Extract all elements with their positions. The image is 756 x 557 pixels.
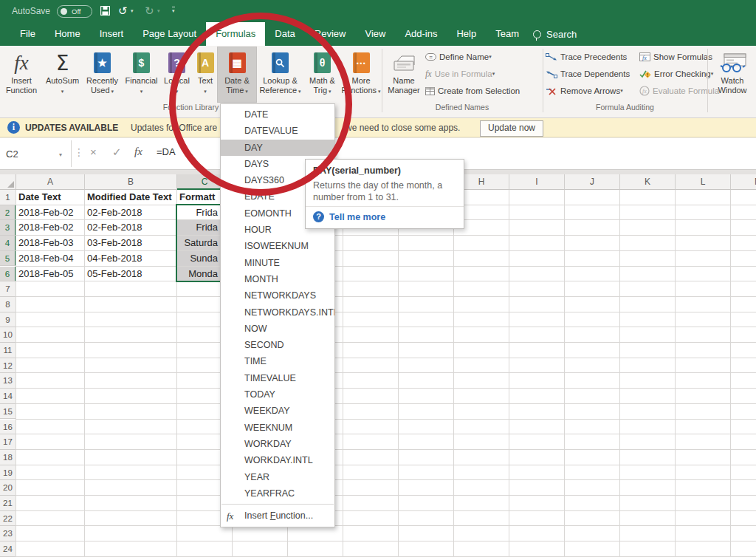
ribbon-button-trace-precedents[interactable]: Trace Precedents [546, 50, 627, 64]
cell-A3[interactable]: 2018-Feb-02 [16, 220, 85, 236]
menu-item-workday[interactable]: WORKDAY [221, 436, 334, 452]
tab-add-ins[interactable]: Add-ins [395, 22, 447, 46]
ribbon-button-lookup-reference[interactable]: Lookup &Reference ▾ [257, 47, 303, 102]
redo-icon[interactable]: ↻ [145, 4, 154, 18]
menu-item-timevalue[interactable]: TIMEVALUE [221, 370, 334, 386]
menu-item-time[interactable]: TIME [221, 353, 334, 369]
cell-B1[interactable]: Modified Date Text [85, 190, 177, 205]
menu-item-date[interactable]: DATE [221, 106, 334, 123]
save-icon[interactable] [100, 4, 110, 19]
row-header-17[interactable]: 17 [0, 434, 16, 450]
row-header-22[interactable]: 22 [0, 511, 16, 527]
cancel-x-icon[interactable]: × [90, 146, 97, 158]
menu-item-minute[interactable]: MINUTE [221, 255, 334, 271]
menu-item-isoweeknum[interactable]: ISOWEEKNUM [221, 238, 334, 254]
cell-A2[interactable]: 2018-Feb-02 [16, 205, 85, 221]
menu-item-weeknum[interactable]: WEEKNUM [221, 420, 334, 436]
ribbon-button-logical[interactable]: ?Logical▾ [161, 47, 193, 102]
menu-item-day[interactable]: DAY [221, 140, 334, 156]
update-now-button[interactable]: Update now [480, 120, 543, 137]
menu-item-datevalue[interactable]: DATEVALUE [221, 123, 334, 139]
formula-input[interactable]: =DA [157, 146, 176, 157]
column-header-k[interactable]: K [620, 174, 676, 190]
ribbon-button-recently-used[interactable]: ★RecentlyUsed ▾ [83, 47, 122, 102]
ribbon-button-remove-arrows[interactable]: Remove Arrows ▾ [546, 84, 623, 98]
select-all-corner[interactable] [0, 174, 16, 190]
column-header-b[interactable]: B [85, 174, 177, 190]
cell-B4[interactable]: 03-Feb-2018 [85, 236, 177, 251]
row-header-5[interactable]: 5 [0, 251, 16, 267]
ribbon-button-create-from-selection[interactable]: Create from Selection [425, 84, 520, 98]
tell-me-search[interactable]: Search [533, 22, 577, 46]
menu-item-now[interactable]: NOW [221, 321, 334, 337]
cell-A1[interactable]: Date Text [16, 190, 85, 205]
menu-item-yearfrac[interactable]: YEARFRAC [221, 485, 334, 502]
ribbon-button-date-time[interactable]: ▦Date &Time ▾ [218, 47, 256, 102]
row-header-9[interactable]: 9 [0, 312, 16, 328]
row-header-14[interactable]: 14 [0, 389, 16, 404]
row-header-13[interactable]: 13 [0, 373, 16, 389]
row-header-2[interactable]: 2 [0, 205, 16, 221]
ribbon-button-more-functions[interactable]: ⋯MoreFunctions ▾ [341, 47, 381, 102]
tab-team[interactable]: Team [486, 22, 529, 46]
ribbon-button-use-in-formula[interactable]: fxUse in Formula ▾ [425, 67, 495, 81]
row-header-15[interactable]: 15 [0, 404, 16, 420]
tab-home[interactable]: Home [45, 22, 90, 46]
ribbon-button-financial[interactable]: $Financial▾ [123, 47, 160, 102]
row-header-10[interactable]: 10 [0, 327, 16, 343]
row-header-11[interactable]: 11 [0, 343, 16, 358]
name-box[interactable]: C2 ▾ [0, 140, 72, 167]
cell-A4[interactable]: 2018-Feb-03 [16, 236, 85, 251]
ribbon-button-text[interactable]: AText▾ [193, 47, 217, 102]
menu-item-insert-function[interactable]: fxInsert Function... [221, 507, 334, 525]
menu-item-networkdays-intl[interactable]: NETWORKDAYS.INTL [221, 304, 334, 321]
enter-check-icon[interactable]: ✓ [112, 146, 122, 159]
row-header-4[interactable]: 4 [0, 236, 16, 251]
tab-formulas[interactable]: Formulas [206, 22, 265, 46]
menu-item-today[interactable]: TODAY [221, 386, 334, 403]
menu-item-weekday[interactable]: WEEKDAY [221, 403, 334, 419]
ribbon-button-show-formulas[interactable]: fxShow Formulas [639, 50, 712, 64]
cell-B6[interactable]: 05-Feb-2018 [85, 267, 177, 282]
cell-A6[interactable]: 2018-Feb-05 [16, 267, 85, 282]
ribbon-button-insert-function[interactable]: fxInsertFunction [1, 47, 41, 102]
autosave-toggle[interactable]: Off [57, 5, 92, 18]
row-header-12[interactable]: 12 [0, 358, 16, 374]
menu-item-year[interactable]: YEAR [221, 469, 334, 485]
column-header-i[interactable]: I [509, 174, 565, 190]
row-header-16[interactable]: 16 [0, 420, 16, 435]
ribbon-button-name-manager[interactable]: NameManager [385, 47, 422, 102]
column-header-m[interactable]: M [731, 174, 756, 190]
tab-insert[interactable]: Insert [90, 22, 134, 46]
formula-bar-splitter[interactable]: ⋮ [74, 146, 84, 158]
tab-view[interactable]: View [355, 22, 395, 46]
column-header-a[interactable]: A [16, 174, 85, 190]
ribbon-button-watch-window[interactable]: WatchWindow [710, 47, 755, 102]
column-header-l[interactable]: L [676, 174, 731, 190]
cell-B2[interactable]: 02-Feb-2018 [85, 205, 177, 221]
row-header-18[interactable]: 18 [0, 450, 16, 465]
row-header-20[interactable]: 20 [0, 480, 16, 496]
ribbon-button-trace-dependents[interactable]: Trace Dependents [546, 67, 630, 81]
row-header-1[interactable]: 1 [0, 190, 16, 205]
ribbon-button-math-trig[interactable]: θMath &Trig ▾ [304, 47, 340, 102]
row-header-6[interactable]: 6 [0, 267, 16, 282]
tab-data[interactable]: Data [265, 22, 304, 46]
name-box-arrow-icon[interactable]: ▾ [59, 151, 62, 158]
customize-quick-access-icon[interactable]: ▾ [172, 7, 175, 14]
tab-page-layout[interactable]: Page Layout [133, 22, 206, 46]
tab-help[interactable]: Help [447, 22, 486, 46]
ribbon-button-define-name[interactable]: =Define Name ▾ [425, 50, 492, 64]
insert-function-fx-icon[interactable]: fx [134, 146, 142, 158]
row-header-7[interactable]: 7 [0, 281, 16, 297]
redo-menu-arrow-icon[interactable]: ▾ [157, 8, 160, 14]
row-header-24[interactable]: 24 [0, 541, 16, 557]
row-header-8[interactable]: 8 [0, 297, 16, 312]
ribbon-button-autosum[interactable]: ΣAutoSum▾ [43, 47, 82, 102]
menu-item-workday-intl[interactable]: WORKDAY.INTL [221, 452, 334, 468]
menu-item-second[interactable]: SECOND [221, 337, 334, 353]
menu-item-networkdays[interactable]: NETWORKDAYS [221, 287, 334, 304]
row-header-21[interactable]: 21 [0, 496, 16, 511]
undo-icon[interactable]: ↺ [118, 4, 128, 18]
row-header-19[interactable]: 19 [0, 465, 16, 481]
